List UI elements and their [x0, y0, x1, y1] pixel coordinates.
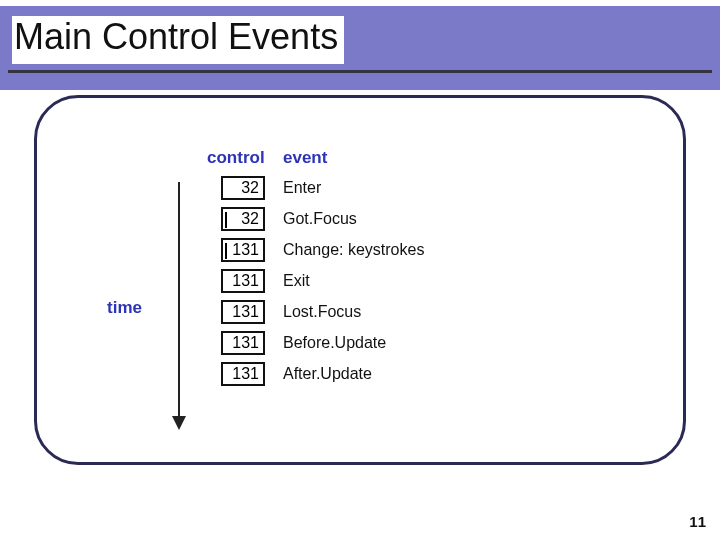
table-row: 131 Change: keystrokes: [207, 238, 483, 262]
table-row: 131 Before.Update: [207, 331, 483, 355]
control-cell: 131: [221, 269, 265, 293]
control-cell: 131: [221, 331, 265, 355]
table-row: 32 Got.Focus: [207, 207, 483, 231]
title-underline: [8, 70, 712, 73]
table-row: 131 Lost.Focus: [207, 300, 483, 324]
slide-title: Main Control Events: [12, 16, 344, 64]
event-cell: Lost.Focus: [283, 303, 361, 321]
event-cell: Got.Focus: [283, 210, 357, 228]
event-cell: Change: keystrokes: [283, 241, 424, 259]
event-cell: After.Update: [283, 365, 372, 383]
table-header: control event: [207, 148, 483, 168]
time-axis-label: time: [107, 298, 142, 318]
control-cell: 131: [221, 238, 265, 262]
event-cell: Exit: [283, 272, 310, 290]
control-cell: 32: [221, 176, 265, 200]
time-arrow-icon: [171, 182, 187, 430]
table-row: 131 Exit: [207, 269, 483, 293]
event-cell: Before.Update: [283, 334, 386, 352]
table-row: 32 Enter: [207, 176, 483, 200]
header-control: control: [207, 148, 277, 168]
control-cell: 131: [221, 362, 265, 386]
page-number: 11: [689, 513, 706, 530]
control-cell: 131: [221, 300, 265, 324]
content-frame: time control event 32 Enter 32 Got.Focus…: [34, 95, 686, 465]
control-cell: 32: [221, 207, 265, 231]
event-cell: Enter: [283, 179, 321, 197]
header-event: event: [283, 148, 483, 168]
events-table: control event 32 Enter 32 Got.Focus 131 …: [207, 148, 483, 393]
table-row: 131 After.Update: [207, 362, 483, 386]
